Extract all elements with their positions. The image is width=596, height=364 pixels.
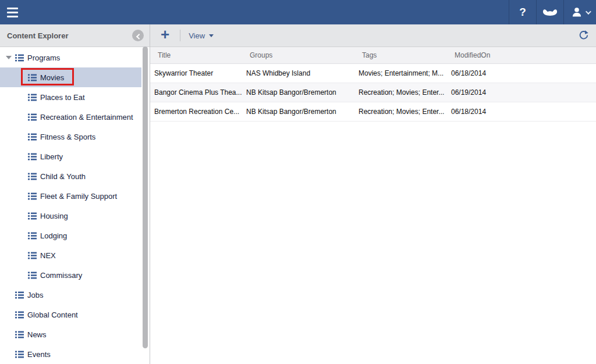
list-icon <box>15 331 24 338</box>
help-button[interactable]: ? <box>509 0 536 24</box>
cell-title: Bremerton Recreation Ce... <box>150 102 242 121</box>
list-icon <box>28 252 37 259</box>
menu-button[interactable] <box>0 0 27 24</box>
cell-title: Skywarrior Theater <box>150 63 242 83</box>
content-tree: ProgramsMoviesPlaces to EatRecreation & … <box>0 48 141 364</box>
help-icon: ? <box>519 6 526 19</box>
inbox-tray-icon <box>542 8 558 16</box>
column-header-title[interactable]: Title <box>150 47 242 63</box>
list-icon <box>28 173 37 180</box>
results-grid: TitleGroupsTagsModifiedOn Skywarrior The… <box>150 47 596 364</box>
cell-modifiedon: 06/19/2014 <box>447 83 596 102</box>
tree-item-label: Commissary <box>40 271 82 280</box>
add-button[interactable]: + <box>157 28 173 42</box>
sidebar-item-events[interactable]: Events <box>0 344 141 364</box>
tree-item-label: Global Content <box>27 311 78 319</box>
caret-down-icon <box>209 34 214 37</box>
list-icon <box>28 74 37 81</box>
list-icon <box>28 113 37 121</box>
table-header-row: TitleGroupsTagsModifiedOn <box>150 47 596 63</box>
tree-item-label: Jobs <box>27 291 43 299</box>
list-icon <box>28 94 37 101</box>
list-icon <box>28 133 37 141</box>
list-icon <box>28 232 37 240</box>
cell-modifiedon: 06/18/2014 <box>447 102 596 121</box>
cell-modifiedon: 06/18/2014 <box>447 63 596 83</box>
chevron-down-icon <box>585 9 591 15</box>
main-panel: + View Title <box>150 24 596 364</box>
sidebar-item-global-content[interactable]: Global Content <box>0 305 141 324</box>
list-icon <box>28 272 37 279</box>
list-icon <box>15 311 24 319</box>
tree-item-label: Programs <box>27 53 60 62</box>
refresh-button[interactable] <box>579 30 589 41</box>
sidebar-item-programs[interactable]: Programs <box>0 48 141 67</box>
list-icon <box>15 291 24 299</box>
cell-groups: NB Kitsap Bangor/Bremerton <box>242 83 354 102</box>
sidebar-item-recreation-entertainment[interactable]: Recreation & Entertainment <box>0 107 141 127</box>
sidebar: Content Explorer ProgramsMoviesPlaces to… <box>0 24 150 364</box>
column-header-modifiedon[interactable]: ModifiedOn <box>447 47 596 63</box>
tree-item-label: Recreation & Entertainment <box>40 113 133 122</box>
sidebar-item-housing[interactable]: Housing <box>0 206 141 226</box>
cell-title: Bangor Cinema Plus Thea... <box>150 83 242 102</box>
app-window: ? <box>0 0 596 364</box>
view-dropdown-label: View <box>189 31 205 40</box>
panel-title: Content Explorer <box>7 31 68 40</box>
chevron-left-icon <box>136 33 141 39</box>
list-icon <box>28 192 37 200</box>
list-icon <box>15 351 24 358</box>
tree-item-label: Movies <box>40 73 64 82</box>
person-icon <box>571 6 583 18</box>
scrollbar-thumb[interactable] <box>143 47 148 348</box>
hamburger-icon <box>7 8 18 9</box>
tree-item-label: Housing <box>40 212 68 220</box>
toolbar-divider <box>180 30 180 41</box>
sidebar-item-lodging[interactable]: Lodging <box>0 226 141 245</box>
cell-groups: NB Kitsap Bangor/Bremerton <box>242 102 354 121</box>
sidebar-item-fitness-sports[interactable]: Fitness & Sports <box>0 127 141 147</box>
tree-item-label: Fitness & Sports <box>40 133 95 141</box>
tree-item-label: Fleet & Family Support <box>40 192 117 201</box>
view-dropdown[interactable]: View <box>189 31 214 40</box>
topbar-actions: ? <box>509 0 596 24</box>
tree-item-label: NEX <box>40 251 56 260</box>
column-header-tags[interactable]: Tags <box>354 47 447 63</box>
sidebar-item-child-youth[interactable]: Child & Youth <box>0 166 141 186</box>
table-row[interactable]: Bremerton Recreation Ce...NB Kitsap Bang… <box>150 102 596 121</box>
tree-expander-icon[interactable] <box>6 56 12 59</box>
sidebar-item-nex[interactable]: NEX <box>0 245 141 265</box>
tree-item-label: News <box>27 330 47 339</box>
sidebar-item-fleet-family-support[interactable]: Fleet & Family Support <box>0 186 141 206</box>
cell-tags: Movies; Entertainment; M... <box>354 63 447 83</box>
sidebar-item-liberty[interactable]: Liberty <box>0 147 141 166</box>
content-area: Content Explorer ProgramsMoviesPlaces to… <box>0 24 596 364</box>
inbox-button[interactable] <box>536 0 563 24</box>
cell-groups: NAS Whidbey Island <box>242 63 354 83</box>
sidebar-item-movies[interactable]: Movies <box>0 67 141 87</box>
sidebar-item-places-to-eat[interactable]: Places to Eat <box>0 87 141 107</box>
topbar: ? <box>0 0 596 24</box>
sidebar-item-news[interactable]: News <box>0 324 141 344</box>
tree-item-label: Events <box>27 350 51 359</box>
cell-tags: Recreation; Movies; Enter... <box>354 102 447 121</box>
table-row[interactable]: Bangor Cinema Plus Thea...NB Kitsap Bang… <box>150 83 596 102</box>
column-header-groups[interactable]: Groups <box>242 47 354 63</box>
tree-item-label: Child & Youth <box>40 172 86 181</box>
tree-item-label: Liberty <box>40 152 63 161</box>
list-icon <box>28 153 37 160</box>
sidebar-header: Content Explorer <box>0 24 150 47</box>
refresh-icon <box>579 30 589 41</box>
user-menu-button[interactable] <box>563 0 596 24</box>
list-icon <box>15 54 24 62</box>
sidebar-item-jobs[interactable]: Jobs <box>0 285 141 305</box>
sidebar-item-commissary[interactable]: Commissary <box>0 265 141 285</box>
toolbar: + View <box>150 24 596 47</box>
sidebar-scrollbar[interactable] <box>143 48 148 364</box>
table-row[interactable]: Skywarrior TheaterNAS Whidbey IslandMovi… <box>150 63 596 83</box>
tree-item-label: Lodging <box>40 231 67 240</box>
list-icon <box>28 212 37 220</box>
collapse-panel-button[interactable] <box>132 30 144 41</box>
tree-item-label: Places to Eat <box>40 93 85 102</box>
cell-tags: Recreation; Movies; Enter... <box>354 83 447 102</box>
